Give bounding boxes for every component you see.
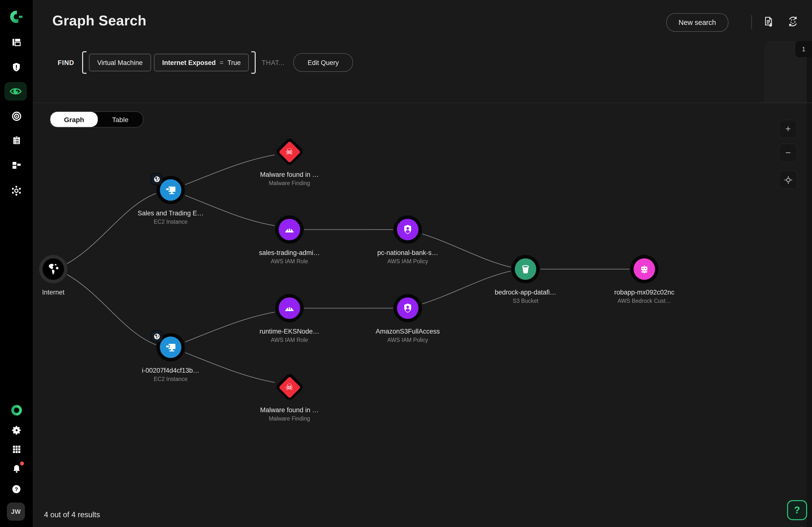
node-title: bedrock-app-datafi… <box>495 289 556 296</box>
graph-canvas[interactable]: Internet Sales and Trading E… EC2 Instan… <box>0 0 812 527</box>
node-title: Internet <box>42 289 64 296</box>
node-subtitle: Malware Finding <box>269 180 310 186</box>
notification-dot <box>20 462 24 465</box>
content-divider <box>33 103 812 103</box>
apps-grid-icon[interactable] <box>0 440 33 459</box>
node-subtitle: AWS IAM Policy <box>388 337 428 343</box>
fit-view-button[interactable] <box>779 170 797 189</box>
node-title: robapp-mx092c02nc <box>614 289 675 296</box>
node-title: sales-trading-admi… <box>259 249 320 256</box>
node-subtitle: AWS IAM Role <box>271 337 308 343</box>
globe-icon <box>44 260 62 278</box>
graph-node-malware-finding-2[interactable]: ☠ Malware found in … Malware Finding <box>236 373 343 422</box>
sidebar-item-reports[interactable] <box>0 131 33 150</box>
iam-role-icon <box>284 224 295 236</box>
view-toggle: Graph Table <box>50 111 143 127</box>
graph-node-iam-policy-s3fullaccess[interactable]: AmazonS3FullAccess AWS IAM Policy <box>354 294 462 343</box>
graph-eye-icon <box>9 87 22 96</box>
ec2-instance-icon <box>164 184 177 196</box>
ec2-instance-icon <box>164 341 177 353</box>
node-subtitle: AWS Bedrock Cust… <box>618 298 671 304</box>
node-title: Malware found in … <box>260 406 319 414</box>
user-avatar[interactable]: JW <box>7 502 25 521</box>
node-title: pc-national-bank-s… <box>377 249 438 256</box>
node-subtitle: AWS IAM Policy <box>388 258 428 264</box>
sidebar-help-icon[interactable]: ? <box>0 479 33 499</box>
help-button[interactable]: ? <box>787 500 807 520</box>
malware-skull-icon: ☠ <box>278 376 301 398</box>
node-subtitle: EC2 Instance <box>154 219 188 225</box>
node-title: runtime-EKSNode… <box>260 328 319 335</box>
sidebar: ? JW <box>0 0 33 527</box>
graph-node-bedrock-model[interactable]: robapp-mx092c02nc AWS Bedrock Cust… <box>591 255 698 304</box>
sidebar-item-graph-search-active[interactable] <box>4 82 27 101</box>
sidebar-item-policies[interactable] <box>0 106 33 126</box>
iam-policy-icon <box>402 302 414 314</box>
graph-node-malware-finding-1[interactable]: ☠ Malware found in … Malware Finding <box>236 137 343 186</box>
brand-secondary-icon[interactable] <box>0 401 33 421</box>
sidebar-item-threats[interactable] <box>0 181 33 200</box>
panel-count-badge[interactable]: 1 <box>795 41 812 57</box>
graph-node-iam-role-eksnode[interactable]: runtime-EKSNode… AWS IAM Role <box>236 294 343 343</box>
node-subtitle: Malware Finding <box>269 416 310 422</box>
iam-policy-icon <box>402 224 414 236</box>
internet-exposed-badge-globe-icon <box>151 174 162 184</box>
tab-graph[interactable]: Graph <box>50 112 98 127</box>
graph-node-ec2-i00207[interactable]: i-00207f4d4cf13b… EC2 Instance <box>117 333 224 382</box>
node-title: Malware found in … <box>260 171 319 178</box>
node-title: Sales and Trading E… <box>137 210 204 217</box>
crosshair-icon <box>783 175 793 184</box>
bedrock-robot-icon <box>638 263 650 275</box>
node-subtitle: AWS IAM Role <box>271 258 308 264</box>
graph-node-iam-policy-pc-national[interactable]: pc-national-bank-s… AWS IAM Policy <box>354 215 462 264</box>
sidebar-item-dashboard[interactable] <box>0 32 33 52</box>
zoom-in-button[interactable]: + <box>779 120 797 138</box>
internet-exposed-badge-globe-icon <box>151 331 162 342</box>
notifications-bell-icon[interactable] <box>0 459 33 479</box>
sidebar-item-issues[interactable] <box>0 57 33 77</box>
s3-bucket-icon <box>520 263 532 275</box>
zoom-out-button[interactable]: − <box>779 144 797 162</box>
node-subtitle: S3 Bucket <box>513 298 538 304</box>
app-root: ? JW Graph Search New search FIND Virtua… <box>0 0 812 527</box>
node-title: i-00207f4d4cf13b… <box>142 367 200 374</box>
graph-node-ec2-sales-trading[interactable]: Sales and Trading E… EC2 Instance <box>117 176 224 225</box>
graph-node-iam-role-sales-trading[interactable]: sales-trading-admi… AWS IAM Role <box>236 215 343 264</box>
iam-role-icon <box>284 302 295 314</box>
sidebar-item-inventory[interactable] <box>0 155 33 175</box>
malware-skull-icon: ☠ <box>278 141 301 163</box>
tab-table[interactable]: Table <box>98 112 143 127</box>
settings-gear-icon[interactable] <box>0 421 33 440</box>
brand-logo-icon[interactable] <box>0 7 33 26</box>
graph-node-s3-bucket[interactable]: bedrock-app-datafi… S3 Bucket <box>472 255 579 304</box>
node-subtitle: EC2 Instance <box>154 376 188 382</box>
svg-text:?: ? <box>15 486 18 492</box>
results-count: 4 out of 4 results <box>44 510 100 519</box>
node-title: AmazonS3FullAccess <box>376 328 440 335</box>
